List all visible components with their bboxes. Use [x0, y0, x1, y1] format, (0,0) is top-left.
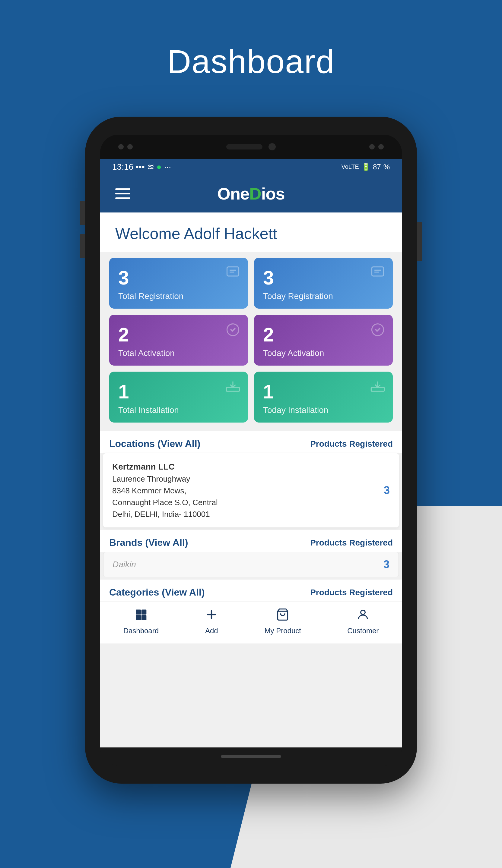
logo-one: One: [217, 184, 249, 203]
stat-card-total-registration[interactable]: 3 Total Registration: [109, 258, 248, 309]
location-count: 3: [384, 484, 390, 497]
volume-buttons: [80, 201, 85, 258]
brands-title[interactable]: Brands (View All): [109, 537, 188, 548]
today-installation-number: 1: [263, 381, 384, 403]
svg-rect-8: [226, 387, 239, 391]
svg-rect-0: [227, 267, 239, 276]
total-registration-label: Total Registration: [118, 291, 239, 301]
battery-level: 87: [373, 163, 381, 171]
nav-my-product[interactable]: My Product: [264, 608, 301, 635]
locations-title[interactable]: Locations (View All): [109, 438, 200, 450]
stat-card-total-activation[interactable]: 2 Total Activation: [109, 315, 248, 365]
locations-section-header: Locations (View All) Products Registered: [100, 431, 402, 453]
welcome-text: Welcome Adolf Hackett: [115, 225, 387, 242]
add-icon: [205, 608, 218, 624]
registration-icon: [225, 265, 241, 284]
brand-row[interactable]: Daikin 3: [103, 552, 399, 577]
welcome-section: Welcome Adolf Hackett: [100, 213, 402, 252]
hamburger-menu[interactable]: [115, 188, 130, 199]
svg-rect-3: [372, 267, 384, 276]
svg-rect-11: [141, 610, 147, 615]
categories-title[interactable]: Categories (View All): [109, 587, 205, 598]
nav-add-label: Add: [205, 627, 218, 635]
cart-icon: [276, 608, 289, 624]
brand-name: Daikin: [112, 560, 136, 569]
phone-notch: [100, 135, 402, 159]
nav-customer[interactable]: Customer: [347, 608, 379, 635]
logo-ios: ios: [261, 184, 285, 203]
status-dots: ···: [164, 162, 171, 172]
nav-dashboard-label: Dashboard: [123, 627, 159, 635]
logo-d: D: [249, 184, 261, 203]
categories-products-label: Products Registered: [310, 588, 393, 597]
bottom-navigation: Dashboard Add: [100, 601, 402, 643]
total-registration-number: 3: [118, 267, 239, 289]
status-time: 13:16: [112, 162, 133, 172]
today-registration-label: Today Registration: [263, 291, 384, 301]
today-activation-icon: [370, 322, 385, 341]
today-registration-number: 3: [263, 267, 384, 289]
nav-customer-label: Customer: [347, 627, 379, 635]
installation-icon: [225, 379, 241, 398]
brand-count: 3: [383, 558, 390, 571]
today-installation-label: Today Installation: [263, 405, 384, 415]
today-activation-number: 2: [263, 324, 384, 346]
today-activation-label: Today Activation: [263, 349, 384, 358]
brands-products-label: Products Registered: [310, 538, 393, 548]
status-bar: 13:16 ▪▪▪ ≋ ● ··· VoLTE 🔋 87 %: [100, 159, 402, 175]
brands-section-header: Brands (View All) Products Registered: [100, 530, 402, 552]
total-activation-label: Total Activation: [118, 349, 239, 358]
svg-rect-13: [141, 615, 147, 620]
svg-point-17: [361, 610, 365, 614]
location-row[interactable]: Kertzmann LLC Laurence Throughway 8348 K…: [103, 453, 399, 527]
whatsapp-icon: ●: [157, 162, 162, 172]
total-installation-number: 1: [118, 381, 239, 403]
battery-icon: 🔋: [361, 163, 370, 171]
page-title: Dashboard: [167, 42, 335, 81]
stats-grid: 3 Total Registration 3 Today Registratio…: [100, 252, 402, 428]
dashboard-icon: [134, 608, 148, 624]
stat-card-today-installation[interactable]: 1 Today Installation: [254, 372, 393, 423]
today-reg-icon: [370, 265, 385, 284]
svg-rect-10: [136, 610, 141, 615]
wifi-icon: ≋: [147, 162, 154, 172]
today-installation-icon: [370, 379, 385, 398]
home-indicator: [221, 755, 281, 758]
power-button: [417, 222, 422, 261]
nav-add[interactable]: Add: [205, 608, 218, 635]
phone-device: 13:16 ▪▪▪ ≋ ● ··· VoLTE 🔋 87 %: [85, 117, 417, 784]
app-content: OneDios Welcome Adolf Hackett 3 Total Re…: [100, 175, 402, 747]
person-icon: [356, 608, 370, 624]
nav-product-label: My Product: [264, 627, 301, 635]
app-header: OneDios: [100, 175, 402, 213]
stat-card-today-activation[interactable]: 2 Today Activation: [254, 315, 393, 365]
total-installation-label: Total Installation: [118, 405, 239, 415]
signal-icon: ▪▪▪: [136, 162, 145, 172]
volte-icon: VoLTE: [341, 163, 359, 170]
activation-icon: [225, 322, 241, 341]
categories-section-header: Categories (View All) Products Registere…: [100, 580, 402, 601]
app-logo: OneDios: [217, 184, 284, 204]
svg-rect-9: [371, 387, 384, 391]
svg-rect-12: [136, 615, 141, 620]
stat-card-today-registration[interactable]: 3 Today Registration: [254, 258, 393, 309]
locations-products-label: Products Registered: [310, 439, 393, 449]
nav-dashboard[interactable]: Dashboard: [123, 608, 159, 635]
stat-card-total-installation[interactable]: 1 Total Installation: [109, 372, 248, 423]
phone-bottom-bar: [100, 747, 402, 765]
location-details: Kertzmann LLC Laurence Throughway 8348 K…: [112, 461, 218, 520]
total-activation-number: 2: [118, 324, 239, 346]
